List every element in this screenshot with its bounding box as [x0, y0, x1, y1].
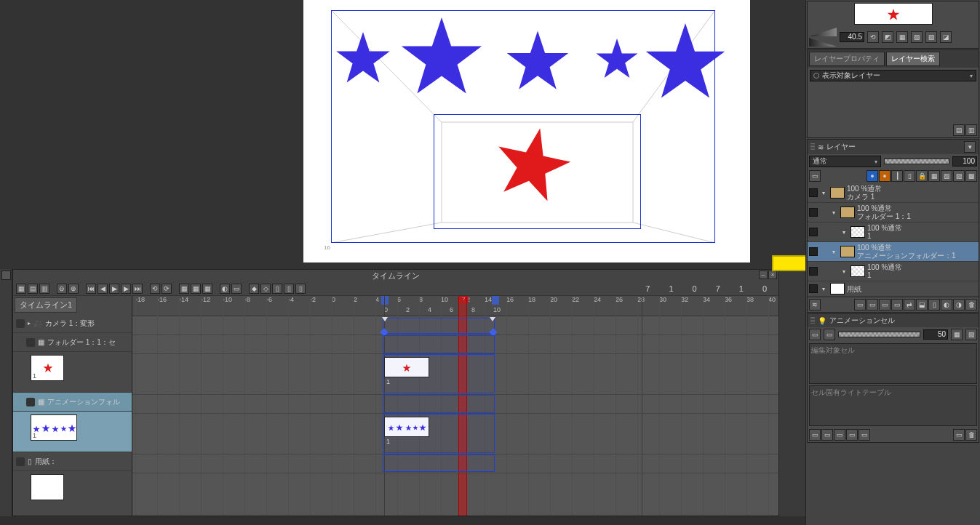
last-frame-icon[interactable]: ⏭ [132, 284, 143, 294]
merge-icon[interactable]: ⬓ [916, 299, 928, 310]
layer-tool-icon[interactable]: ▨ [953, 170, 965, 182]
layer-tool-icon[interactable]: ▭ [809, 170, 821, 182]
tool-icon[interactable]: ▨ [925, 31, 937, 43]
tool-icon[interactable]: ◪ [940, 31, 952, 43]
new-timeline-icon[interactable]: ▦ [16, 284, 26, 294]
cel-icon[interactable]: ▦ [191, 284, 201, 294]
cel-icon[interactable]: ▦ [202, 284, 212, 294]
next-frame-icon[interactable]: ▶ [121, 284, 131, 294]
cel-tool-icon[interactable]: ▭ [824, 329, 835, 340]
toolbar-icon[interactable]: ⟳ [162, 284, 172, 294]
track-thumb-row[interactable]: 1 [13, 412, 132, 452]
layer-tool-icon[interactable]: ▧ [941, 170, 952, 182]
toolbar-icon[interactable]: ▭ [231, 284, 242, 294]
visibility-icon[interactable] [809, 188, 818, 197]
cel-icon[interactable]: ▭ [821, 429, 833, 441]
camera-clip[interactable] [383, 318, 495, 334]
layer-row[interactable]: ▾100 %通常アニメーションフォルダー：1 [808, 242, 979, 262]
cel-region[interactable] [383, 354, 495, 393]
paper-thumbnail[interactable] [31, 474, 64, 500]
prev-frame-icon[interactable]: ◀ [97, 284, 108, 294]
ruler-icon[interactable]: ┃ [891, 170, 903, 182]
cel-icon[interactable]: ▦ [179, 284, 189, 294]
opacity-field[interactable]: 100 [952, 156, 977, 167]
brush-size-field[interactable]: 40.5 [840, 32, 864, 42]
transfer-icon[interactable]: ⇄ [904, 299, 915, 310]
onion-icon[interactable]: ◐ [220, 284, 230, 294]
lane-camera[interactable] [132, 316, 778, 335]
visibility-icon[interactable] [16, 457, 25, 466]
collapse-icon[interactable]: ▾ [842, 229, 848, 236]
visibility-icon[interactable] [809, 284, 818, 293]
layer-icon[interactable]: ▯ [928, 299, 940, 310]
toolbar-icon[interactable]: ▥ [39, 284, 49, 294]
canvas[interactable] [303, 0, 750, 262]
visibility-icon[interactable] [809, 208, 818, 217]
light-table-box[interactable]: セル固有ライトテーブル [809, 385, 977, 426]
delete-layer-icon[interactable]: 🗑 [965, 299, 977, 310]
cel-opacity-field[interactable]: 50 [923, 329, 948, 340]
size-slider2[interactable] [809, 38, 837, 47]
tool-icon[interactable]: ▧ [911, 31, 923, 43]
apply-mask-icon[interactable]: ◑ [953, 299, 965, 310]
collapse-icon[interactable]: ▾ [822, 286, 828, 292]
mask-icon[interactable]: ▯ [904, 170, 915, 182]
palette-icon[interactable]: ● [867, 170, 878, 182]
lane-cel2[interactable]: 1 [132, 414, 778, 454]
panel-icon[interactable]: ▥ [965, 124, 977, 136]
tab-layer-search[interactable]: レイヤー検索 [886, 52, 940, 66]
cel-region[interactable] [383, 414, 495, 453]
layer-row[interactable]: ▾用紙 [808, 281, 979, 297]
track-header-paper[interactable]: ▯ 用紙： [13, 452, 132, 471]
anim-clip[interactable] [383, 395, 495, 413]
collapse-icon[interactable]: ▾ [832, 209, 838, 216]
layer-icon[interactable]: ≋ [809, 299, 821, 310]
track-header-camera[interactable]: ▸ 🎥 カメラ 1：変形 [13, 314, 132, 333]
layer-icon[interactable]: ▭ [891, 299, 903, 310]
cel-delete-icon[interactable]: 🗑 [965, 429, 977, 441]
visibility-icon[interactable] [809, 228, 818, 236]
display-target-dropdown[interactable]: 表示対象レイヤー [810, 70, 976, 81]
track-thumb-row[interactable]: 1 [13, 352, 132, 393]
cel-icon[interactable]: ▭ [953, 429, 965, 441]
lane-anim[interactable] [132, 395, 778, 414]
timeline-tab[interactable]: タイムライン1 [15, 297, 77, 313]
tab-layer-property[interactable]: レイヤープロパティ [809, 52, 885, 66]
layer-row[interactable]: ▾100 %通常1 [808, 262, 979, 281]
visibility-icon[interactable] [26, 398, 35, 406]
visibility-icon[interactable] [809, 267, 818, 276]
cel-icon[interactable]: ▭ [859, 429, 870, 441]
mask-new-icon[interactable]: ◐ [941, 299, 952, 310]
edit-target-cel-box[interactable]: 編集対象セル [809, 343, 977, 384]
layer-tool-icon[interactable]: ▩ [965, 170, 977, 182]
panel-menu-icon[interactable]: ▾ [964, 141, 976, 153]
cel-icon[interactable]: ▭ [846, 429, 858, 441]
layer-icon[interactable]: ▭ [879, 299, 891, 310]
lane-cel1[interactable]: 1 [132, 354, 778, 395]
layer-row[interactable]: ▾100 %通常1 [808, 223, 979, 242]
cel-tool-icon[interactable]: ▭ [809, 329, 821, 340]
tool-icon[interactable]: ▦ [896, 31, 908, 43]
cel-tool-icon[interactable]: ▧ [965, 329, 977, 340]
link-icon[interactable]: ⟲ [867, 31, 879, 43]
collapse-icon[interactable]: ▾ [842, 268, 848, 275]
tool-icon[interactable]: ◩ [882, 31, 893, 43]
clip-handle[interactable] [382, 317, 388, 321]
layer-row[interactable]: ▾100 %通常カメラ 1 [808, 183, 979, 203]
range-marker-end[interactable] [492, 296, 499, 305]
cel-tool-icon[interactable]: ▦ [951, 329, 963, 340]
cel-thumbnail[interactable]: 1 [31, 355, 64, 381]
zoom-in-icon[interactable]: ⊕ [68, 284, 79, 294]
lock-icon[interactable]: 🔒 [916, 170, 928, 182]
cel-icon[interactable]: ▭ [809, 429, 821, 441]
toolbar-icon[interactable]: ▯ [272, 284, 282, 294]
visibility-icon[interactable] [809, 247, 818, 256]
toolbar-icon[interactable]: ▤ [28, 284, 38, 294]
visibility-icon[interactable] [16, 319, 25, 328]
layer-row[interactable]: ▾100 %通常フォルダー 1：1 [808, 203, 979, 223]
panel-icon[interactable]: ▤ [953, 124, 965, 136]
clip-handle[interactable] [490, 317, 495, 321]
track-thumb-row[interactable] [13, 471, 132, 512]
dock-button[interactable] [1, 270, 11, 280]
paper-clip[interactable] [383, 454, 495, 472]
